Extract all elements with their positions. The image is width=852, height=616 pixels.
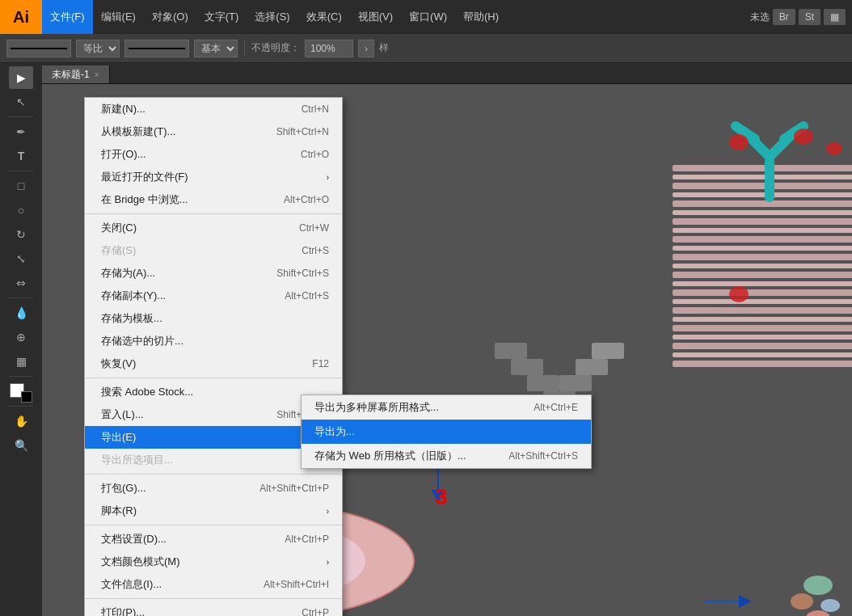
tool-separator-1	[9, 116, 33, 117]
svg-rect-10	[673, 254, 852, 260]
tab-main[interactable]: 未标题-1 ×	[42, 65, 110, 83]
menu-new-template[interactable]: 从模板新建(T)... Shift+Ctrl+N	[85, 120, 342, 143]
menu-recent[interactable]: 最近打开的文件(F) ›	[85, 166, 342, 188]
tab-close-icon[interactable]: ×	[95, 70, 99, 79]
blend-tool[interactable]: ⊕	[9, 326, 33, 348]
unselected-label: 未选	[750, 11, 770, 24]
menu-view[interactable]: 视图(V)	[350, 0, 401, 34]
menu-items: 文件(F) 编辑(E) 对象(O) 文字(T) 选择(S) 效果(C) 视图(V…	[42, 0, 750, 34]
menu-color-mode[interactable]: 文档颜色模式(M) ›	[85, 551, 342, 573]
menu-save-slice[interactable]: 存储选中的切片...	[85, 330, 342, 352]
menu-help[interactable]: 帮助(H)	[455, 0, 507, 34]
ellipse-tool[interactable]: ○	[9, 199, 33, 222]
svg-rect-0	[673, 165, 852, 171]
svg-rect-15	[673, 299, 852, 304]
type-tool[interactable]: T	[9, 145, 33, 167]
pen-tool[interactable]: ✒	[9, 120, 33, 143]
svg-rect-36	[559, 375, 592, 391]
canvas-area: 未标题-1 ×	[42, 63, 852, 616]
menu-revert[interactable]: 恢复(V) F12	[85, 352, 342, 375]
reflect-tool[interactable]: ⇔	[9, 272, 33, 294]
base-select[interactable]: 基本	[194, 40, 238, 57]
menu-bridge[interactable]: 在 Bridge 中浏览... Alt+Ctrl+O	[85, 188, 342, 211]
bridge-button[interactable]: Br	[773, 9, 795, 25]
gradient-tool[interactable]: ▦	[9, 350, 33, 373]
background-color[interactable]	[21, 391, 32, 403]
proportion-select[interactable]: 等比	[76, 40, 120, 57]
svg-rect-22	[673, 361, 852, 367]
stroke-line-selector[interactable]	[6, 40, 71, 57]
menu-object[interactable]: 对象(O)	[144, 0, 196, 34]
opacity-input[interactable]	[305, 40, 353, 57]
menu-save[interactable]: 存储(S) Ctrl+S	[85, 239, 342, 262]
toolbar: 等比 基本 不透明度： › 样	[0, 34, 852, 63]
eyedrop-tool[interactable]: 💧	[9, 302, 33, 324]
menu-save-copy[interactable]: 存储副本(Y)... Alt+Ctrl+S	[85, 285, 342, 307]
tool-separator-3	[9, 297, 33, 298]
export-web-legacy[interactable]: 存储为 Web 所用格式（旧版）... Alt+Shift+Ctrl+S	[302, 444, 591, 468]
svg-rect-17	[673, 317, 852, 322]
svg-point-29	[794, 129, 813, 145]
zoom-tool[interactable]: 🔍	[9, 434, 33, 457]
tab-strip: 未标题-1 ×	[42, 63, 852, 84]
svg-rect-38	[592, 343, 624, 359]
stroke-line-selector2[interactable]	[124, 40, 189, 57]
separator-3	[85, 474, 342, 475]
toolbar-divider	[244, 40, 245, 57]
menu-file[interactable]: 文件(F)	[42, 0, 93, 34]
scale-tool[interactable]: ⤡	[9, 247, 33, 270]
svg-point-31	[729, 286, 749, 302]
rect-tool[interactable]: □	[9, 175, 33, 197]
menu-save-template[interactable]: 存储为模板...	[85, 307, 342, 330]
stock-button[interactable]: St	[799, 9, 820, 25]
export-submenu[interactable]: 导出为多种屏幕所用格式... Alt+Ctrl+E 导出为... 存储为 Web…	[301, 394, 592, 469]
svg-rect-16	[673, 307, 852, 314]
menubar-right: 未选 Br St ▦	[750, 9, 852, 25]
menu-scripts[interactable]: 脚本(R) ›	[85, 500, 342, 522]
menu-edit[interactable]: 编辑(E)	[93, 0, 144, 34]
menu-new[interactable]: 新建(N)... Ctrl+N	[85, 98, 342, 120]
main-area: ▶ ↖ ✒ T □ ○ ↻ ⤡ ⇔ 💧 ⊕ ▦ ✋ 🔍 未标题-1 ×	[0, 63, 852, 616]
svg-point-42	[791, 593, 813, 610]
tool-separator-4	[9, 376, 33, 377]
svg-rect-13	[673, 281, 852, 286]
menu-window[interactable]: 窗口(W)	[401, 0, 455, 34]
menu-package[interactable]: 打包(G)... Alt+Shift+Ctrl+P	[85, 477, 342, 500]
svg-rect-19	[673, 335, 852, 340]
select-tool[interactable]: ▶	[9, 66, 33, 89]
svg-point-30	[826, 142, 842, 155]
tab-label: 未标题-1	[52, 68, 90, 82]
menu-print[interactable]: 打印(P)... Ctrl+P	[85, 601, 342, 616]
menu-save-as[interactable]: 存储为(A)... Shift+Ctrl+S	[85, 262, 342, 285]
rotate-tool[interactable]: ↻	[9, 223, 33, 246]
svg-point-41	[803, 576, 833, 595]
menu-effect[interactable]: 效果(C)	[298, 0, 350, 34]
svg-rect-20	[673, 343, 852, 349]
arrange-button[interactable]: ▦	[824, 9, 846, 25]
svg-rect-32	[495, 343, 527, 359]
menu-type[interactable]: 文字(T)	[196, 0, 247, 34]
svg-rect-18	[673, 325, 852, 331]
direct-select-tool[interactable]: ↖	[9, 91, 33, 113]
menu-close[interactable]: 关闭(C) Ctrl+W	[85, 217, 342, 239]
opacity-arrow[interactable]: ›	[358, 40, 374, 57]
menu-select[interactable]: 选择(S)	[247, 0, 297, 34]
svg-rect-4	[673, 200, 852, 207]
export-as[interactable]: 导出为...	[302, 420, 591, 444]
svg-rect-21	[673, 352, 852, 357]
svg-rect-7	[673, 228, 852, 233]
menu-doc-settings[interactable]: 文档设置(D)... Alt+Ctrl+P	[85, 528, 342, 551]
separator-2	[85, 378, 342, 378]
opacity-label: 不透明度：	[251, 41, 300, 55]
separator-4	[85, 525, 342, 525]
sample-label: 样	[379, 41, 389, 55]
svg-point-43	[820, 599, 840, 612]
menu-open[interactable]: 打开(O)... Ctrl+O	[85, 143, 342, 166]
left-toolbar: ▶ ↖ ✒ T □ ○ ↻ ⤡ ⇔ 💧 ⊕ ▦ ✋ 🔍	[0, 63, 42, 616]
tool-separator-2	[9, 171, 33, 171]
color-swatch[interactable]	[10, 383, 32, 403]
file-menu[interactable]: 新建(N)... Ctrl+N 从模板新建(T)... Shift+Ctrl+N…	[84, 97, 343, 616]
export-screens[interactable]: 导出为多种屏幕所用格式... Alt+Ctrl+E	[302, 395, 591, 420]
hand-tool[interactable]: ✋	[9, 410, 33, 432]
menu-file-info[interactable]: 文件信息(I)... Alt+Shift+Ctrl+I	[85, 573, 342, 596]
